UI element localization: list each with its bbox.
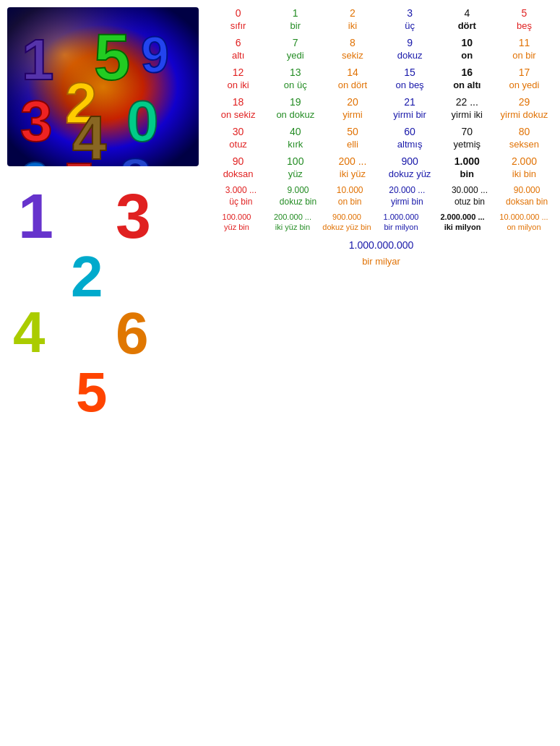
num-1000000: 1.000.000 — [372, 213, 430, 221]
deco-num-5: 5 — [76, 364, 107, 420]
num-row-6: 3.000 ... 9.000 10.000 20.000 ... 30.000… — [210, 185, 553, 195]
num-1000: 1.000 — [439, 155, 496, 167]
num-0: 0 — [210, 7, 267, 19]
num-20000: 20.000 ... — [376, 185, 438, 195]
num-row-0: 0 1 2 3 4 5 — [210, 7, 553, 19]
deco-num-2: 2 — [71, 248, 103, 306]
num-29: 29 — [496, 96, 553, 108]
num-8: 8 — [324, 37, 381, 48]
row-group-4: 30 40 50 60 70 80 otuz kırk elli altmış … — [210, 126, 553, 150]
word-otuz: otuz — [210, 139, 267, 150]
word-sekiz: sekiz — [324, 50, 381, 61]
num-200000: 200.000 ... — [264, 213, 322, 221]
word-altmis: altmış — [382, 139, 439, 150]
row-group-0: 0 1 2 3 4 5 sıfır bir iki üç dört beş — [210, 7, 553, 31]
svg-text:9: 9 — [141, 27, 169, 83]
word-dokuz-bin: dokuz bin — [272, 197, 323, 207]
num-18: 18 — [210, 96, 267, 108]
word-dokuz: dokuz — [382, 50, 439, 61]
word-yetmis: yetmiş — [439, 139, 496, 150]
num-70: 70 — [439, 126, 496, 137]
word-yuz-bin: yüz bin — [210, 223, 264, 231]
num-21: 21 — [382, 96, 439, 108]
num-7: 7 — [267, 37, 324, 48]
num-2000000: 2.000.000 ... — [430, 213, 495, 221]
svg-text:5: 5 — [94, 21, 130, 93]
billion-word: bir milyar — [362, 256, 400, 267]
num-10: 10 — [439, 37, 496, 48]
word-on-alti: on altı — [439, 80, 496, 90]
num-row-2: 12 13 14 15 16 17 — [210, 67, 553, 78]
row-group-billion: 1.000.000.000 bir milyar — [210, 239, 553, 267]
word-on-yedi: on yedi — [496, 80, 553, 90]
row-group-2: 12 13 14 15 16 17 on iki on üç on dört o… — [210, 67, 553, 90]
num-row-3: 18 19 20 21 22 ... 29 — [210, 96, 553, 108]
word-sifir: sıfır — [210, 20, 267, 31]
row-group-3: 18 19 20 21 22 ... 29 on sekiz on dokuz … — [210, 96, 553, 120]
word-row-0: sıfır bir iki üç dört beş — [210, 20, 553, 31]
svg-text:6: 6 — [18, 150, 51, 166]
svg-text:7: 7 — [65, 153, 93, 166]
word-yirmi-bin: yirmi bin — [376, 197, 438, 207]
num-14: 14 — [324, 67, 381, 78]
num-4: 4 — [439, 7, 496, 19]
billion-number: 1.000.000.000 — [349, 239, 414, 251]
main-number-table: 0 1 2 3 4 5 sıfır bir iki üç dört beş 6 … — [210, 7, 553, 739]
word-bes: beş — [496, 20, 553, 31]
num-row-7: 100.000 200.000 ... 900.000 1.000.000 2.… — [210, 213, 553, 221]
num-9000: 9.000 — [272, 185, 323, 195]
row-group-7: 100.000 200.000 ... 900.000 1.000.000 2.… — [210, 213, 553, 231]
num-90000: 90.000 — [501, 185, 552, 195]
word-dokuz-yuz: dokuz yüz — [382, 168, 439, 179]
word-row-5: doksan yüz iki yüz dokuz yüz bin iki bin — [210, 168, 553, 179]
word-yirmi-dokuz: yirmi dokuz — [496, 109, 553, 120]
word-uc: üç — [382, 20, 439, 31]
deco-num-6: 6 — [116, 304, 149, 363]
word-row-2: on iki on üç on dört on beş on altı on y… — [210, 80, 553, 90]
num-30000: 30.000 ... — [439, 185, 500, 195]
word-kirk: kırk — [267, 139, 324, 150]
num-100000: 100.000 — [210, 213, 264, 221]
word-row-7: yüz bin iki yüz bin dokuz yüz bin bir mi… — [210, 223, 553, 231]
word-on-dort: on dört — [324, 80, 381, 90]
num-50: 50 — [324, 126, 381, 137]
num-1: 1 — [267, 7, 324, 19]
num-10000: 10.000 — [324, 185, 375, 195]
deco-num-4: 4 — [13, 304, 46, 361]
word-on-bir: on bir — [496, 50, 553, 61]
deco-num-1: 1 — [18, 184, 53, 248]
word-row-1: altı yedi sekiz dokuz on on bir — [210, 50, 553, 61]
word-on: on — [439, 50, 496, 61]
num-2: 2 — [324, 7, 381, 19]
word-doksan-bin: doksan bin — [501, 197, 552, 207]
num-16: 16 — [439, 67, 496, 78]
num-40: 40 — [267, 126, 324, 137]
word-on-bes: on beş — [382, 80, 439, 90]
word-on-sekiz: on sekiz — [210, 109, 267, 120]
svg-text:3: 3 — [20, 89, 53, 153]
num-row-1: 6 7 8 9 10 11 — [210, 37, 553, 48]
word-iki-bin: iki bin — [496, 168, 553, 179]
word-doksan: doksan — [210, 168, 267, 179]
num-11: 11 — [496, 37, 553, 48]
svg-text:1: 1 — [22, 27, 54, 92]
billion-number-row: 1.000.000.000 — [210, 239, 553, 252]
word-yirmi: yirmi — [324, 109, 381, 120]
word-yuz: yüz — [267, 168, 324, 179]
page: 1 2 5 9 3 4 0 6 7 8 1 3 2 4 6 5 — [0, 0, 560, 746]
left-decorative-numbers: 1 3 2 4 6 5 — [7, 184, 199, 445]
row-group-1: 6 7 8 9 10 11 altı yedi sekiz dokuz on o… — [210, 37, 553, 61]
deco-num-3: 3 — [116, 184, 151, 248]
word-bir: bir — [267, 20, 324, 31]
numbers-image: 1 2 5 9 3 4 0 6 7 8 — [7, 7, 199, 166]
num-6: 6 — [210, 37, 267, 48]
word-yedi: yedi — [267, 50, 324, 61]
num-90: 90 — [210, 155, 267, 167]
row-group-6: 3.000 ... 9.000 10.000 20.000 ... 30.000… — [210, 185, 553, 207]
svg-text:8: 8 — [119, 147, 152, 166]
num-20: 20 — [324, 96, 381, 108]
num-13: 13 — [267, 67, 324, 78]
num-80: 80 — [496, 126, 553, 137]
word-on-bin: on bin — [324, 197, 375, 207]
svg-text:0: 0 — [126, 89, 159, 153]
